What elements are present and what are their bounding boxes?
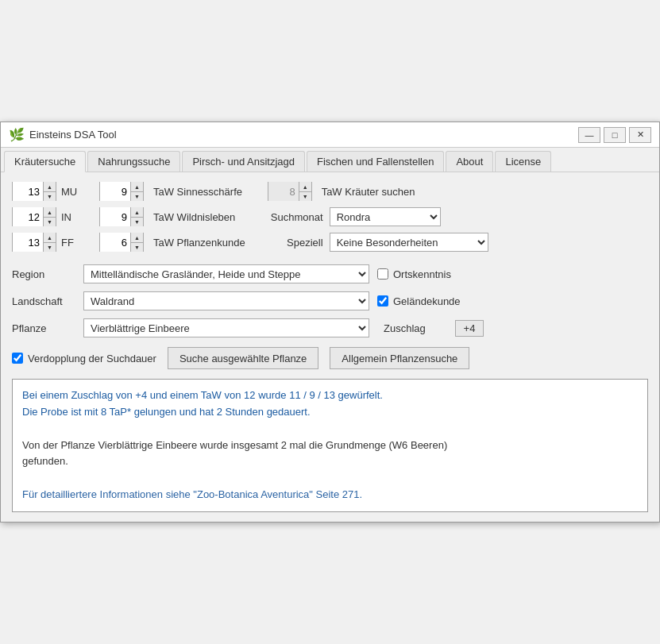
form-section: Region Mittelländische Grasländer, Heide… bbox=[12, 264, 648, 337]
region-row: Region Mittelländische Grasländer, Heide… bbox=[12, 264, 648, 283]
allgemein-button[interactable]: Allgemein Pflanzensuche bbox=[330, 347, 469, 369]
gelaendekunde-checkbox[interactable] bbox=[377, 295, 388, 307]
sinnesschaerfe-spinner-buttons: ▲ ▼ bbox=[130, 182, 143, 201]
mu-down-button[interactable]: ▼ bbox=[43, 191, 56, 201]
verdopplung-checkbox[interactable] bbox=[12, 353, 23, 364]
wildnisleben-spinner-buttons: ▲ ▼ bbox=[130, 207, 143, 226]
kraeuter-label: TaW Kräuter suchen bbox=[322, 186, 415, 198]
wildnisleben-down-button[interactable]: ▼ bbox=[130, 217, 143, 226]
pflanze-row: Pflanze Vierblättrige Einbeere Alraune A… bbox=[12, 318, 648, 337]
taw-wildnisleben-row: ▲ ▼ TaW Wildnisleben bbox=[99, 207, 245, 226]
app-title: Einsteins DSA Tool bbox=[29, 129, 117, 141]
sinnesschaerfe-label: TaW Sinnesschärfe bbox=[153, 186, 242, 198]
speziell-row: Speziell Keine Besonderheiten Elfische K… bbox=[268, 233, 648, 252]
pflanze-label: Pflanze bbox=[12, 322, 75, 334]
landschaft-label: Landschaft bbox=[12, 295, 75, 307]
pflanze-select[interactable]: Vierblättrige Einbeere Alraune Axxelerat… bbox=[83, 318, 369, 337]
pflanzenkunde-value[interactable] bbox=[100, 233, 130, 252]
kraeuter-down-button: ▼ bbox=[299, 191, 311, 201]
result-line7: Für detailliertere Informationen siehe "… bbox=[22, 487, 638, 503]
in-spinner[interactable]: ▲ ▼ bbox=[12, 207, 56, 226]
left-stat-col: ▲ ▼ MU ▲ ▼ IN bbox=[12, 182, 85, 252]
ff-down-button[interactable]: ▼ bbox=[43, 242, 56, 252]
suche-button[interactable]: Suche ausgewählte Pflanze bbox=[168, 347, 318, 369]
in-row: ▲ ▼ IN bbox=[12, 207, 85, 226]
minimize-button[interactable]: — bbox=[578, 127, 600, 143]
suchmonat-select[interactable]: Praios Rondra Efferd Travia Boron Hesind… bbox=[330, 207, 441, 226]
mu-spinner[interactable]: ▲ ▼ bbox=[12, 182, 56, 201]
in-label: IN bbox=[61, 211, 85, 223]
in-spinner-buttons: ▲ ▼ bbox=[43, 207, 56, 226]
main-top: ▲ ▼ MU ▲ ▼ IN bbox=[12, 182, 648, 252]
right-col: ▲ ▼ TaW Kräuter suchen Suchmonat Praios … bbox=[268, 182, 648, 252]
suchmonat-label: Suchmonat bbox=[268, 211, 323, 223]
ortskenntnis-label: Ortskenntnis bbox=[393, 268, 451, 280]
ff-row: ▲ ▼ FF bbox=[12, 233, 85, 252]
region-label: Region bbox=[12, 268, 75, 280]
tab-fischen[interactable]: Fischen und Fallenstellen bbox=[307, 151, 444, 172]
kraeuter-up-button: ▲ bbox=[299, 182, 311, 191]
result-line3 bbox=[22, 421, 638, 438]
sinnesschaerfe-down-button[interactable]: ▼ bbox=[130, 191, 143, 201]
close-button[interactable]: ✕ bbox=[629, 127, 651, 143]
landschaft-select[interactable]: Waldrand Lichtung Tiefer Wald Wegrand bbox=[83, 291, 369, 310]
pflanzenkunde-spinner[interactable]: ▲ ▼ bbox=[99, 233, 144, 252]
tab-pirsch[interactable]: Pirsch- und Ansitzjagd bbox=[182, 151, 305, 172]
wildnisleben-spinner[interactable]: ▲ ▼ bbox=[99, 207, 144, 226]
kraeuter-spinner: ▲ ▼ bbox=[268, 182, 312, 201]
ortskenntnis-group[interactable]: Ortskenntnis bbox=[377, 268, 451, 280]
tab-about[interactable]: About bbox=[446, 151, 493, 172]
ff-value[interactable] bbox=[13, 233, 43, 252]
title-bar-left: 🌿 Einsteins DSA Tool bbox=[9, 127, 117, 142]
gelaendekunde-group[interactable]: Geländekunde bbox=[377, 295, 461, 307]
tab-kraeutersuche[interactable]: Kräutersuche bbox=[4, 151, 86, 172]
kraeuter-value bbox=[268, 182, 299, 201]
sinnesschaerfe-spinner[interactable]: ▲ ▼ bbox=[99, 182, 144, 201]
wildnisleben-value[interactable] bbox=[100, 207, 130, 226]
mu-value[interactable] bbox=[13, 182, 43, 201]
mu-label: MU bbox=[61, 186, 85, 198]
app-icon: 🌿 bbox=[9, 127, 25, 142]
pflanzenkunde-label: TaW Pflanzenkunde bbox=[153, 237, 245, 249]
sinnesschaerfe-up-button[interactable]: ▲ bbox=[130, 182, 143, 191]
pflanzenkunde-up-button[interactable]: ▲ bbox=[130, 233, 143, 242]
ff-spinner-buttons: ▲ ▼ bbox=[43, 233, 56, 252]
mu-up-button[interactable]: ▲ bbox=[43, 182, 56, 191]
region-select[interactable]: Mittelländische Grasländer, Heide und St… bbox=[83, 264, 369, 283]
tab-nahrungssuche[interactable]: Nahrungssuche bbox=[87, 151, 180, 172]
in-value[interactable] bbox=[13, 207, 43, 226]
verdopplung-group[interactable]: Verdopplung der Suchdauer bbox=[12, 353, 156, 364]
result-box: Bei einem Zuschlag von +4 und einem TaW … bbox=[12, 379, 648, 512]
ff-spinner[interactable]: ▲ ▼ bbox=[12, 233, 56, 252]
speziell-select[interactable]: Keine Besonderheiten Elfische Kräuterkun… bbox=[330, 233, 488, 252]
tab-bar: Kräutersuche Nahrungssuche Pirsch- und A… bbox=[1, 148, 659, 172]
maximize-button[interactable]: □ bbox=[604, 127, 626, 143]
mid-stat-col: ▲ ▼ TaW Sinnesschärfe ▲ ▼ bbox=[99, 182, 245, 252]
in-up-button[interactable]: ▲ bbox=[43, 207, 56, 217]
taw-pflanzenkunde-row: ▲ ▼ TaW Pflanzenkunde bbox=[99, 233, 245, 252]
tab-license[interactable]: License bbox=[495, 151, 551, 172]
ff-label: FF bbox=[61, 237, 85, 249]
speziell-label: Speziell bbox=[268, 237, 323, 249]
result-line5: gefunden. bbox=[22, 453, 638, 470]
in-down-button[interactable]: ▼ bbox=[43, 217, 56, 226]
zuschlag-label: Zuschlag bbox=[384, 322, 447, 334]
result-line1: Bei einem Zuschlag von +4 und einem TaW … bbox=[22, 388, 638, 404]
wildnisleben-up-button[interactable]: ▲ bbox=[130, 207, 143, 217]
title-bar: 🌿 Einsteins DSA Tool — □ ✕ bbox=[1, 122, 659, 148]
pflanzenkunde-spinner-buttons: ▲ ▼ bbox=[130, 233, 143, 252]
sinnesschaerfe-value[interactable] bbox=[100, 182, 130, 201]
kraeuter-spinner-buttons: ▲ ▼ bbox=[299, 182, 311, 201]
gelaendekunde-label: Geländekunde bbox=[393, 295, 461, 307]
ortskenntnis-checkbox[interactable] bbox=[377, 268, 388, 280]
main-window: 🌿 Einsteins DSA Tool — □ ✕ Kräutersuche … bbox=[0, 121, 660, 523]
landschaft-row: Landschaft Waldrand Lichtung Tiefer Wald… bbox=[12, 291, 648, 310]
taw-kraeuter-row: ▲ ▼ TaW Kräuter suchen bbox=[268, 182, 648, 201]
ff-up-button[interactable]: ▲ bbox=[43, 233, 56, 242]
mu-row: ▲ ▼ MU bbox=[12, 182, 85, 201]
zuschlag-value: +4 bbox=[455, 320, 484, 337]
title-bar-controls: — □ ✕ bbox=[578, 127, 651, 143]
mu-spinner-buttons: ▲ ▼ bbox=[43, 182, 56, 201]
taw-sinnesschaerfe-row: ▲ ▼ TaW Sinnesschärfe bbox=[99, 182, 245, 201]
pflanzenkunde-down-button[interactable]: ▼ bbox=[130, 242, 143, 252]
